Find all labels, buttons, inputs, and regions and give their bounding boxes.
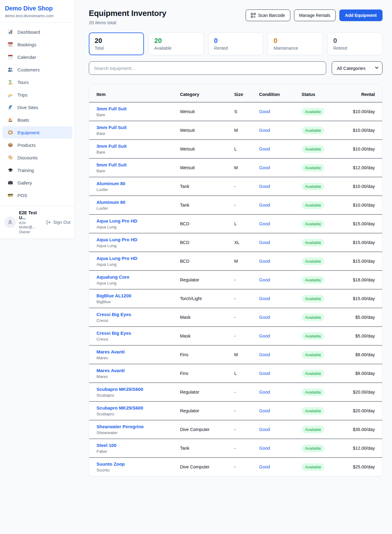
table-row: Scubapro MK25/S600 Scubapro Regulator - …: [89, 383, 382, 402]
sidebar-item-bookings[interactable]: 17 Bookings: [2, 38, 72, 51]
package-icon: [7, 142, 13, 148]
sign-out-button[interactable]: Sign Out: [46, 220, 70, 225]
condition-link[interactable]: Good: [259, 203, 270, 208]
item-name-link[interactable]: Shearwater Peregrine: [96, 424, 180, 429]
item-name-link[interactable]: Aqua Lung Pro HD: [96, 218, 180, 223]
stat-card-maintenance[interactable]: 0 Maintenance: [268, 32, 323, 55]
item-category: Tank: [180, 177, 234, 196]
stat-card-retired[interactable]: 0 Retired: [327, 32, 383, 55]
condition-link[interactable]: Good: [259, 259, 270, 264]
qr-code-icon: [251, 13, 256, 18]
item-name-link[interactable]: 5mm Full Suit: [96, 162, 180, 167]
condition-link[interactable]: Good: [259, 128, 270, 133]
item-category: Regulator: [180, 402, 234, 420]
table-row: Aqua Lung Pro HD Aqua Lung BCD M Good Av…: [89, 252, 382, 271]
sidebar-item-boats[interactable]: Boats: [2, 114, 72, 126]
condition-link[interactable]: Good: [259, 408, 270, 413]
condition-link[interactable]: Good: [259, 221, 270, 226]
condition-link[interactable]: Good: [259, 184, 270, 189]
condition-link[interactable]: Good: [259, 315, 270, 320]
avatar: [4, 216, 16, 228]
status-badge: Available: [302, 239, 325, 246]
sidebar-item-customers[interactable]: Customers: [2, 63, 72, 76]
item-brand: Aqua Lung: [96, 281, 180, 285]
item-name-link[interactable]: 3mm Full Suit: [96, 106, 180, 111]
item-size: L: [234, 140, 259, 158]
condition-link[interactable]: Good: [259, 334, 270, 338]
item-name-link[interactable]: Steel 100: [96, 443, 180, 448]
rental-rate: $10.00/day: [347, 102, 382, 121]
person-icon: [7, 219, 13, 225]
sidebar-item-equipment[interactable]: Equipment: [2, 126, 72, 139]
header-actions: Scan Barcode Manage Rentals Add Equipmen…: [246, 10, 383, 21]
item-category: Wetsuit: [180, 140, 234, 158]
sidebar-item-dashboard[interactable]: Dashboard: [2, 26, 72, 38]
add-equipment-button[interactable]: Add Equipment: [339, 10, 383, 21]
condition-link[interactable]: Good: [259, 240, 270, 245]
stat-card-total[interactable]: 20 Total: [89, 32, 144, 55]
manage-rentals-button[interactable]: Manage Rentals: [294, 10, 336, 21]
sidebar-item-pos[interactable]: POS: [2, 189, 72, 201]
item-name-link[interactable]: 3mm Full Suit: [96, 125, 180, 130]
calendar-date-icon: 17: [7, 41, 13, 48]
item-category: Regulator: [180, 383, 234, 402]
stat-value: 0: [273, 37, 317, 45]
condition-link[interactable]: Good: [259, 296, 270, 301]
table-row: 3mm Full Suit Bare Wetsuit M Good Availa…: [89, 121, 382, 140]
sidebar-item-trips[interactable]: Trips: [2, 89, 72, 101]
sailboat-icon: [7, 117, 13, 123]
sidebar-item-discounts[interactable]: Discounts: [2, 151, 72, 164]
condition-link[interactable]: Good: [259, 371, 270, 376]
item-name-link[interactable]: Aqua Lung Pro HD: [96, 256, 180, 261]
sidebar-header: Demo Dive Shop demo.test.divestreams.com: [0, 0, 75, 23]
user-name: E2E Test U...: [19, 210, 43, 220]
scan-barcode-button[interactable]: Scan Barcode: [246, 10, 290, 21]
condition-link[interactable]: Good: [259, 277, 270, 282]
condition-link[interactable]: Good: [259, 446, 270, 451]
rental-rate: $10.00/day: [347, 196, 382, 215]
condition-link[interactable]: Good: [259, 352, 270, 357]
item-name-link[interactable]: Aluminum 80: [96, 200, 180, 205]
condition-link[interactable]: Good: [259, 427, 270, 432]
item-name-link[interactable]: Cressi Big Eyes: [96, 330, 180, 336]
item-category: BCD: [180, 252, 234, 271]
condition-link[interactable]: Good: [259, 390, 270, 395]
add-equipment-label: Add Equipment: [345, 13, 377, 18]
sidebar-item-gallery[interactable]: Gallery: [2, 177, 72, 189]
item-name-link[interactable]: BigBlue AL1200: [96, 293, 180, 298]
stat-card-available[interactable]: 20 Available: [149, 32, 204, 55]
sidebar-item-calendar[interactable]: Calendar: [2, 51, 72, 63]
item-name-link[interactable]: Mares Avanti: [96, 368, 180, 373]
item-name-link[interactable]: Scubapro MK25/S600: [96, 387, 180, 392]
item-name-link[interactable]: Mares Avanti: [96, 349, 180, 354]
sidebar-item-tours[interactable]: Tours: [2, 76, 72, 88]
bar-chart-icon: [7, 29, 13, 35]
sidebar-item-products[interactable]: Products: [2, 139, 72, 151]
item-size: -: [234, 420, 259, 439]
speedboat-icon: [7, 92, 13, 98]
condition-link[interactable]: Good: [259, 165, 270, 170]
search-input[interactable]: [89, 61, 326, 75]
item-brand: Scubapro: [96, 412, 180, 416]
sidebar-item-training[interactable]: Training: [2, 164, 72, 176]
condition-link[interactable]: Good: [259, 464, 270, 469]
rental-rate: $8.00/day: [347, 364, 382, 383]
item-name-link[interactable]: Cressi Big Eyes: [96, 312, 180, 317]
condition-link[interactable]: Good: [259, 109, 270, 114]
items-total-subtitle: 20 items total: [89, 20, 166, 25]
item-name-link[interactable]: Scubapro MK25/S600: [96, 405, 180, 410]
stat-cards: 20 Total 20 Available 0 Rented 0 Mainten…: [89, 32, 383, 55]
item-name-link[interactable]: Aqualung Core: [96, 274, 180, 280]
item-name-link[interactable]: Aluminum 80: [96, 181, 180, 186]
filter-row: All Categories: [89, 61, 383, 75]
item-name-link[interactable]: 3mm Full Suit: [96, 143, 180, 149]
item-name-link[interactable]: Aqua Lung Pro HD: [96, 237, 180, 242]
category-select[interactable]: All Categories: [332, 61, 383, 75]
sidebar-item-label: Customers: [17, 67, 40, 72]
page-title-block: Equipment Inventory 20 items total: [89, 9, 166, 25]
item-name-link[interactable]: Suunto Zoop: [96, 461, 180, 467]
item-size: XL: [234, 233, 259, 252]
stat-card-rented[interactable]: 0 Rented: [208, 32, 263, 55]
sidebar-item-dive-sites[interactable]: Dive Sites: [2, 101, 72, 113]
condition-link[interactable]: Good: [259, 147, 270, 151]
